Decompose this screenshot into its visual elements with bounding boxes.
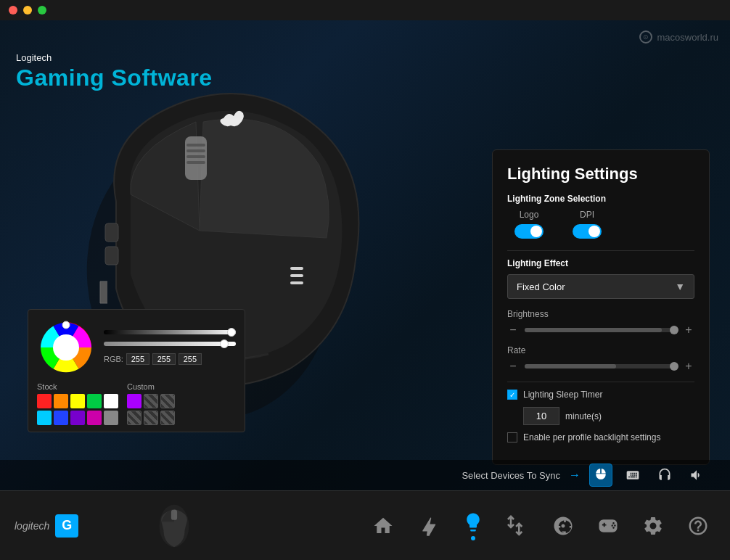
close-button[interactable] — [9, 6, 17, 15]
svg-rect-9 — [290, 274, 303, 277]
brightness-minus[interactable]: − — [507, 324, 519, 337]
swatch-yellow[interactable] — [70, 394, 85, 408]
toolbar-settings-button[interactable] — [636, 508, 670, 543]
brightness-controls: − + — [507, 324, 694, 337]
brightness-label: Brightness — [507, 309, 694, 319]
rate-row: Rate − + — [507, 345, 694, 373]
svg-rect-3 — [186, 149, 205, 152]
swatch-orange[interactable] — [54, 394, 68, 408]
saturation-slider[interactable] — [104, 342, 236, 346]
sleep-timer-unit: minute(s) — [565, 411, 602, 421]
watermark-icon: ⊙ — [639, 30, 652, 44]
watermark-text: macosworld.ru — [657, 32, 718, 43]
toolbar-game-button[interactable] — [591, 508, 626, 543]
rate-fill — [525, 364, 616, 368]
custom-swatch-3[interactable] — [160, 394, 175, 408]
minimize-button[interactable] — [23, 6, 32, 15]
rgb-r-input[interactable] — [126, 353, 149, 365]
zone-dpi: DPI — [573, 210, 602, 239]
brightness-thumb — [670, 326, 678, 334]
svg-rect-6 — [105, 223, 118, 242]
sync-speaker-button[interactable] — [685, 464, 708, 487]
sleep-timer-row: minute(s) — [523, 407, 694, 425]
swatch-blue[interactable] — [54, 411, 68, 425]
main-area: ⊙ macosworld.ru Logitech Gaming Software — [0, 20, 730, 490]
titlebar — [0, 0, 730, 20]
logo-toggle[interactable] — [514, 224, 544, 239]
toolbar-help-button[interactable] — [681, 508, 715, 543]
svg-rect-5 — [186, 161, 205, 164]
zone-row: Logo DPI — [507, 210, 694, 239]
rate-plus[interactable]: + — [683, 360, 694, 373]
effect-dropdown[interactable]: Fixed Color ▼ — [507, 274, 694, 299]
lighting-title: Lighting Settings — [507, 165, 694, 184]
sync-headset-button[interactable] — [653, 464, 676, 487]
svg-rect-15 — [171, 509, 177, 519]
swatch-white[interactable] — [104, 394, 118, 408]
toolbar-device-button[interactable] — [411, 508, 446, 543]
effect-dropdown-value: Fixed Color — [517, 281, 565, 292]
sync-text: Select Devices To Sync — [462, 470, 560, 481]
bottom-toolbar: logitech G — [0, 490, 730, 560]
svg-point-13 — [62, 321, 70, 329]
sleep-timer-checkbox-row: ✓ Lighting Sleep Timer — [507, 390, 694, 400]
custom-swatch-5[interactable] — [144, 411, 158, 425]
sleep-timer-checkbox[interactable]: ✓ — [507, 390, 517, 400]
toolbar-icons — [366, 508, 715, 543]
toolbar-home-button[interactable] — [366, 508, 401, 543]
rate-minus[interactable]: − — [507, 360, 519, 373]
swatch-red[interactable] — [37, 394, 52, 408]
sync-arrow-icon: → — [569, 469, 581, 482]
toolbar-dpi-button[interactable] — [501, 508, 536, 543]
divider-2 — [507, 382, 694, 382]
rate-thumb — [670, 362, 678, 371]
swatch-magenta[interactable] — [87, 411, 102, 425]
zone-logo-label: Logo — [520, 210, 539, 220]
logo-section: logitech G — [15, 514, 131, 538]
brightness-plus[interactable]: + — [683, 324, 694, 337]
sync-keyboard-button[interactable] — [621, 464, 644, 487]
custom-swatch-4[interactable] — [127, 411, 142, 425]
toolbar-lighting-button[interactable] — [456, 508, 491, 543]
rate-label: Rate — [507, 345, 694, 355]
lighting-panel: Lighting Settings Lighting Zone Selectio… — [492, 149, 710, 465]
sync-mouse-button[interactable] — [589, 464, 612, 487]
svg-rect-4 — [186, 155, 205, 158]
sleep-timer-input[interactable] — [523, 407, 559, 425]
zone-dpi-label: DPI — [580, 210, 594, 220]
toolbar-mouse-thumbnail[interactable] — [131, 501, 218, 551]
toolbar-aim-button[interactable] — [546, 508, 581, 543]
color-picker-panel: RGB: Stock — [28, 309, 245, 432]
divider-1 — [507, 250, 694, 251]
swatch-purple[interactable] — [70, 411, 85, 425]
color-wheel[interactable] — [37, 318, 95, 376]
svg-rect-8 — [290, 267, 303, 270]
custom-swatch-1[interactable] — [127, 394, 142, 408]
logitech-g-icon: G — [55, 514, 78, 538]
maximize-button[interactable] — [38, 6, 46, 15]
svg-rect-10 — [290, 281, 303, 284]
brightness-track[interactable] — [525, 328, 677, 332]
lighting-active-dot — [471, 536, 475, 540]
sync-bar: Select Devices To Sync → — [0, 460, 730, 490]
custom-swatch-6[interactable] — [160, 411, 175, 425]
rate-track[interactable] — [525, 364, 677, 368]
dpi-toggle[interactable] — [573, 224, 602, 239]
per-profile-checkbox[interactable] — [507, 432, 517, 442]
logitech-text: logitech — [15, 520, 49, 532]
rgb-b-input[interactable] — [179, 353, 202, 365]
custom-swatch-2[interactable] — [144, 394, 158, 408]
brightness-row: Brightness − + — [507, 309, 694, 337]
brightness-slider[interactable] — [104, 330, 236, 334]
rate-controls: − + — [507, 360, 694, 373]
swatch-cyan[interactable] — [37, 411, 52, 425]
effect-dropdown-row: Fixed Color ▼ — [507, 274, 694, 299]
brightness-fill — [525, 328, 662, 332]
dropdown-arrow-icon: ▼ — [675, 281, 685, 292]
color-picker-top: RGB: — [37, 318, 236, 376]
svg-rect-7 — [105, 247, 118, 265]
swatch-gray[interactable] — [104, 411, 118, 425]
swatch-green[interactable] — [87, 394, 102, 408]
logitech-logo: logitech G — [15, 514, 78, 538]
rgb-g-input[interactable] — [152, 353, 176, 365]
